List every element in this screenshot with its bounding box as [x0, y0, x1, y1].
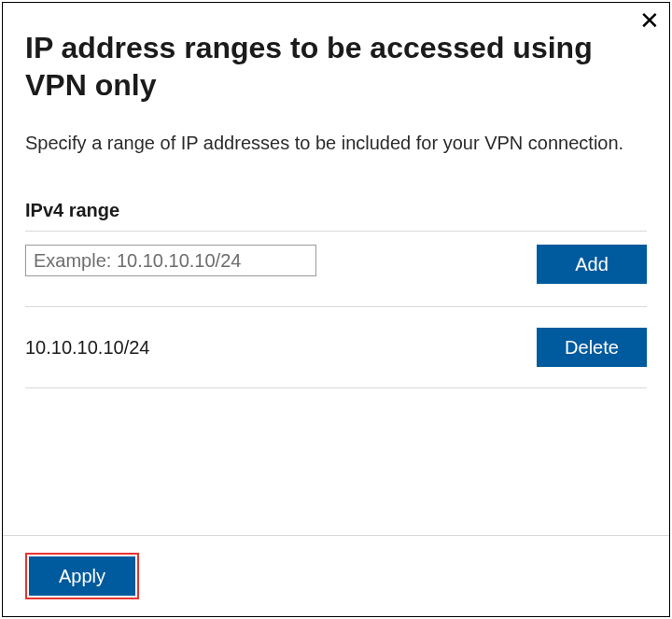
apply-highlight: Apply [25, 553, 139, 599]
add-button[interactable]: Add [537, 245, 647, 284]
close-icon[interactable]: ✕ [639, 8, 660, 33]
dialog-footer: Apply [3, 535, 669, 616]
apply-button[interactable]: Apply [29, 556, 135, 596]
dialog-title: IP address ranges to be accessed using V… [25, 29, 647, 104]
delete-button[interactable]: Delete [537, 328, 647, 367]
vpn-ip-ranges-dialog: ✕ IP address ranges to be accessed using… [2, 2, 670, 617]
dialog-description: Specify a range of IP addresses to be in… [25, 130, 647, 157]
ip-range-input[interactable] [25, 245, 316, 276]
dialog-content: IP address ranges to be accessed using V… [3, 3, 669, 388]
ipv4-range-label: IPv4 range [25, 200, 647, 221]
ip-range-entry-row: 10.10.10.10/24 Delete [25, 307, 647, 388]
ip-range-entry-value: 10.10.10.10/24 [25, 337, 149, 359]
add-range-row: Add [25, 232, 647, 307]
